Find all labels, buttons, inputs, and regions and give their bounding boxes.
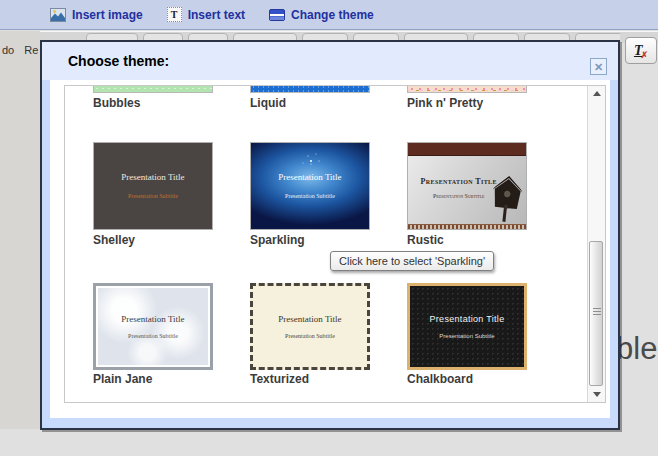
scrollbar-thumb[interactable] [589, 241, 603, 386]
theme-label-plain-jane: Plain Jane [93, 372, 223, 386]
insert-text-button[interactable]: T Insert text [167, 7, 245, 22]
theme-thumbnail-bubbles[interactable] [93, 86, 213, 93]
scroll-up-button[interactable] [588, 86, 605, 101]
theme-thumbnail-pink-n-pretty[interactable] [407, 86, 527, 93]
insert-image-button[interactable]: Insert image [50, 8, 143, 22]
slide-subtitle: Presentation Subtitle [96, 333, 210, 339]
theme-label-texturized: Texturized [250, 372, 380, 386]
theme-thumbnail-plain-jane[interactable]: Presentation Title Presentation Subtitle [93, 283, 213, 370]
slide-title: Presentation Title [96, 314, 210, 324]
change-theme-label: Change theme [291, 8, 374, 22]
birdhouse-icon [490, 172, 524, 226]
top-toolbar: Insert image T Insert text Change theme [0, 0, 658, 30]
menu-item-fragment-undo[interactable]: do [0, 44, 16, 56]
theme-thumbnail-shelley[interactable]: Presentation Title Presentation Subtitle [93, 142, 213, 230]
triangle-down-icon [593, 392, 601, 397]
triangle-up-icon [593, 91, 601, 96]
screen: Insert image T Insert text Change theme … [0, 0, 658, 456]
slide-subtitle: Presentation Subtitle [251, 193, 369, 199]
theme-thumbnail-liquid[interactable] [250, 86, 370, 93]
insert-text-label: Insert text [188, 8, 245, 22]
theme-label-chalkboard: Chalkboard [407, 372, 537, 386]
clear-formatting-button[interactable]: T ✗ [625, 37, 657, 64]
menu-fragments: do Re [0, 42, 40, 58]
theme-label-bubbles: Bubbles [93, 96, 223, 110]
close-button[interactable]: ✕ [590, 58, 607, 75]
red-x-icon: ✗ [641, 50, 649, 60]
background-text-fragment: bler [616, 331, 658, 367]
theme-icon [269, 9, 285, 21]
theme-thumbnail-chalkboard[interactable]: Presentation Title Presentation Subtitle [407, 283, 527, 370]
dialog-title: Choose theme: [68, 42, 169, 80]
theme-grid: Bubbles Liquid Pink n' Pretty Presentati… [64, 85, 606, 403]
sparkles-decoration [310, 160, 312, 162]
theme-label-liquid: Liquid [250, 96, 380, 110]
tooltip: Click here to select 'Sparkling' [330, 251, 494, 271]
theme-thumbnail-sparkling[interactable]: Presentation Title Presentation Subtitle [250, 142, 370, 230]
slide-title: Presentation Title [253, 314, 367, 324]
theme-label-sparkling: Sparkling [250, 233, 380, 247]
choose-theme-dialog: Choose theme: ✕ Bubbles Liquid Pink n' P… [40, 40, 620, 430]
scrollbar-grip-icon [593, 308, 601, 316]
theme-thumbnail-texturized[interactable]: Presentation Title Presentation Subtitle [250, 283, 370, 370]
menu-item-fragment-redo[interactable]: Re [22, 44, 40, 56]
scrollbar[interactable] [587, 86, 605, 402]
scroll-down-button[interactable] [588, 387, 605, 402]
slide-subtitle: Presentation Subtitle [94, 193, 212, 199]
text-icon: T [167, 7, 182, 22]
slide-title: Presentation Title [94, 172, 212, 182]
slide-title: Presentation Title [251, 172, 369, 182]
insert-image-label: Insert image [72, 8, 143, 22]
dialog-header: Choose theme: ✕ [42, 42, 618, 80]
image-icon [50, 8, 66, 22]
theme-thumbnail-rustic[interactable]: Presentation Title Presentation Subtitle [407, 142, 527, 230]
slide-subtitle: Presentation Subtitle [410, 333, 524, 339]
slide-subtitle: Presentation Subtitle [253, 333, 367, 339]
theme-label-shelley: Shelley [93, 233, 223, 247]
rustic-top-bar [408, 143, 526, 156]
close-icon: ✕ [594, 61, 603, 73]
background-left-panel: do Re [0, 31, 40, 429]
dialog-body: Bubbles Liquid Pink n' Pretty Presentati… [50, 80, 610, 418]
theme-label-pink-n-pretty: Pink n' Pretty [407, 96, 537, 110]
slide-title: Presentation Title [410, 314, 524, 324]
change-theme-button[interactable]: Change theme [269, 8, 374, 22]
theme-label-rustic: Rustic [407, 233, 537, 247]
